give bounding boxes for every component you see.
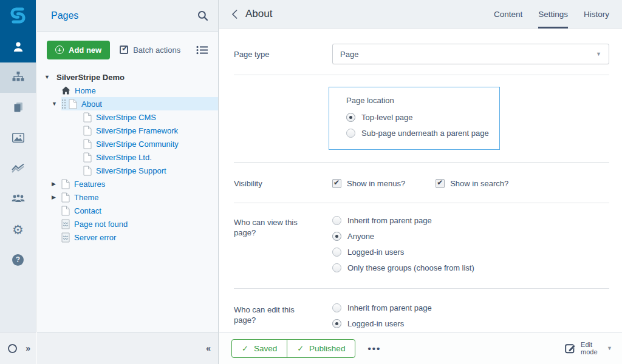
page-icon xyxy=(61,179,70,189)
radio-edit-logged-in[interactable]: Logged-in users xyxy=(332,319,609,328)
tree-row-home[interactable]: Home xyxy=(37,84,218,97)
radio-view-inherit[interactable]: Inherit from parent page xyxy=(332,216,609,225)
tab-settings[interactable]: Settings xyxy=(538,0,568,29)
nav-reports[interactable] xyxy=(0,153,36,184)
tree-row-silverstripe-community[interactable]: SilverStripe Community xyxy=(37,137,218,150)
silverstripe-logo[interactable] xyxy=(0,0,36,32)
panel-title: Pages xyxy=(51,10,197,21)
silverstripe-logo-icon xyxy=(10,6,26,27)
broken-page-icon xyxy=(61,219,70,229)
rail-bottom-bar: » xyxy=(0,332,36,364)
pages-panel: Pages + Add new Batch actions xyxy=(37,0,219,364)
tree-row-server-error[interactable]: Server error xyxy=(37,231,218,244)
tree-row-root[interactable]: ▼ SilverStripe Demo xyxy=(37,70,218,84)
tree-row-silverstripe-framework[interactable]: SilverStripe Framework xyxy=(37,124,218,137)
back-button[interactable] xyxy=(229,7,241,22)
nav-help[interactable]: ? xyxy=(0,244,36,275)
tab-history[interactable]: History xyxy=(584,0,609,29)
tree-row-features[interactable]: ▶ Features xyxy=(37,177,218,190)
radio-edit-inherit[interactable]: Inherit from parent page xyxy=(332,303,609,312)
page-tree: ▼ SilverStripe Demo Home ▼ xyxy=(37,67,218,244)
page-type-row: Page type Page ▼ xyxy=(219,44,622,64)
collapse-arrow-icon[interactable]: ▼ xyxy=(44,74,54,80)
people-group-icon xyxy=(12,194,25,204)
checkbox-show-in-menus[interactable]: Show in menus? xyxy=(332,179,405,188)
expand-arrow-icon[interactable]: ▶ xyxy=(52,181,61,187)
tree-item-label: SilverStripe CMS xyxy=(96,113,156,122)
radio-top-level-page[interactable]: Top-level page xyxy=(346,113,493,122)
divider xyxy=(234,162,609,163)
chevron-down-icon: ▼ xyxy=(596,51,601,57)
home-icon xyxy=(61,86,70,95)
sitemap-icon xyxy=(12,72,24,84)
tree-item-label: SilverStripe Community xyxy=(96,140,179,149)
checkbox-icon xyxy=(332,179,341,188)
help-icon: ? xyxy=(12,254,24,266)
tree-row-about[interactable]: ▼ xyxy=(37,97,218,110)
image-icon xyxy=(12,133,24,144)
visibility-row: Visibility Show in menus? Show in search… xyxy=(219,178,622,189)
tree-row-silverstripe-ltd[interactable]: SilverStripe Ltd. xyxy=(37,150,218,164)
preview-mode-toggle[interactable] xyxy=(8,344,17,353)
collapse-panel-button[interactable]: « xyxy=(206,343,211,353)
page-location-label: Page location xyxy=(346,96,493,105)
can-edit-label: Who can edit this page? xyxy=(234,303,332,332)
page-icon xyxy=(83,152,92,163)
nav-security[interactable] xyxy=(0,184,36,214)
page-type-select[interactable]: Page ▼ xyxy=(332,44,609,64)
gear-icon: ⚙ xyxy=(12,223,24,236)
checkbox-check-icon xyxy=(120,46,128,54)
radio-view-logged-in[interactable]: Logged-in users xyxy=(332,248,609,257)
radio-view-only-groups[interactable]: Only these groups (choose from list) xyxy=(332,263,609,272)
nav-images[interactable] xyxy=(0,123,36,153)
tree-row-page-not-found[interactable]: Page not found xyxy=(37,217,218,231)
search-icon[interactable] xyxy=(197,10,208,21)
page-icon xyxy=(83,126,92,136)
page-icon xyxy=(69,99,77,109)
expand-menu-button[interactable]: » xyxy=(26,343,30,353)
nav-pages[interactable] xyxy=(0,62,36,93)
nav-files[interactable] xyxy=(0,93,36,123)
tree-item-label: Home xyxy=(75,86,96,95)
saved-button[interactable]: ✓ Saved xyxy=(231,339,287,358)
add-new-button[interactable]: + Add new xyxy=(47,41,110,59)
nav-profile[interactable] xyxy=(0,32,36,62)
list-view-toggle[interactable] xyxy=(196,46,208,55)
divider xyxy=(234,203,609,203)
radio-view-anyone[interactable]: Anyone xyxy=(332,232,609,241)
check-icon: ✓ xyxy=(297,344,304,353)
tree-item-label: Contact xyxy=(74,206,101,215)
save-publish-group: ✓ Saved ✓ Published xyxy=(231,339,355,358)
radio-icon xyxy=(332,263,341,272)
published-button[interactable]: ✓ Published xyxy=(287,339,355,358)
checkbox-icon xyxy=(436,179,445,188)
tree-row-silverstripe-cms[interactable]: SilverStripe CMS xyxy=(37,110,218,124)
tree-row-silverstripe-support[interactable]: SilverStripe Support xyxy=(37,164,218,177)
page-location-fieldset: Page location Top-level page Sub-page un… xyxy=(329,87,500,150)
checkbox-show-in-search[interactable]: Show in search? xyxy=(436,179,508,188)
tree-item-label: SilverStripe Demo xyxy=(56,73,125,82)
radio-icon xyxy=(346,129,355,138)
expand-arrow-icon[interactable]: ▶ xyxy=(52,194,61,200)
can-view-row: Who can view this page? Inherit from par… xyxy=(219,216,622,272)
more-actions-button[interactable]: ••• xyxy=(367,343,381,354)
main-nav-rail: ⚙ ? » xyxy=(0,0,36,364)
nav-settings[interactable]: ⚙ xyxy=(0,214,36,244)
chevron-left-icon xyxy=(231,9,238,19)
batch-actions-button[interactable]: Batch actions xyxy=(120,46,180,55)
broken-page-icon xyxy=(61,232,70,243)
tree-row-contact[interactable]: Contact xyxy=(37,204,218,217)
edit-mode-button[interactable]: Edit mode ▼ xyxy=(565,341,612,356)
tree-bottom-bar: « xyxy=(37,332,218,364)
check-icon: ✓ xyxy=(242,344,248,353)
pages-panel-header: Pages xyxy=(37,0,218,32)
collapse-arrow-icon[interactable]: ▼ xyxy=(52,101,61,107)
files-icon xyxy=(13,102,24,115)
tree-row-theme[interactable]: ▶ Theme xyxy=(37,190,218,204)
profile-icon xyxy=(12,41,24,55)
can-edit-row: Who can edit this page? Inherit from par… xyxy=(219,303,622,332)
tab-content[interactable]: Content xyxy=(494,0,522,29)
page-type-label: Page type xyxy=(234,49,332,59)
drag-handle-icon[interactable] xyxy=(61,99,66,109)
radio-sub-page[interactable]: Sub-page underneath a parent page xyxy=(346,129,493,138)
